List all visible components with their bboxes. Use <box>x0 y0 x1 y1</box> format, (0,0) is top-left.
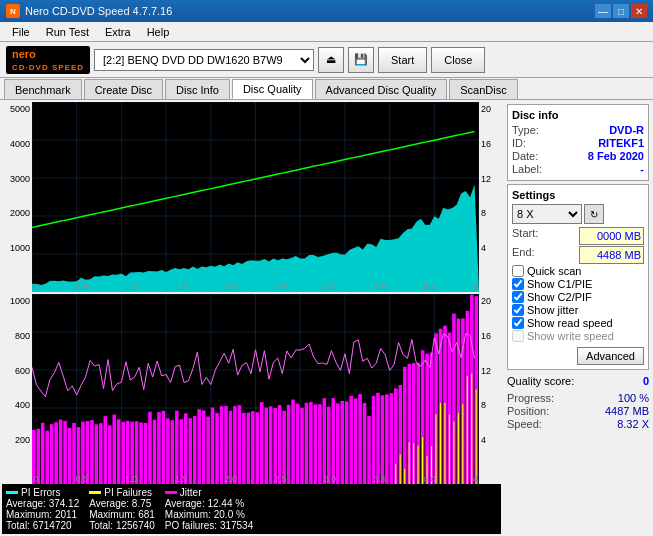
right-panel: Disc info Type: DVD-R ID: RITEKF1 Date: … <box>503 100 653 536</box>
main-content: 5000 4000 3000 2000 1000 20 16 12 8 <box>0 100 653 536</box>
pi-failures-color <box>89 491 101 494</box>
upper-chart-container: 5000 4000 3000 2000 1000 20 16 12 8 <box>2 102 501 292</box>
menu-bar: File Run Test Extra Help <box>0 22 653 42</box>
eject-button[interactable]: ⏏ <box>318 47 344 73</box>
title-text: Nero CD-DVD Speed 4.7.7.16 <box>25 5 172 17</box>
quality-score-row: Quality score: 0 <box>507 375 649 387</box>
chart-section: 5000 4000 3000 2000 1000 20 16 12 8 <box>0 100 503 536</box>
legend-jitter: Jitter Average: 12.44 % Maximum: 20.0 % … <box>165 487 253 531</box>
drive-select[interactable]: [2:2] BENQ DVD DD DW1620 B7W9 <box>94 49 314 71</box>
disc-info-title: Disc info <box>512 109 644 121</box>
show-c1pie-checkbox[interactable] <box>512 278 524 290</box>
show-read-speed-row: Show read speed <box>512 317 644 329</box>
quick-scan-row: Quick scan <box>512 265 644 277</box>
y-axis-left-lower: 1000 800 600 400 200 <box>2 294 32 484</box>
speed-row: 8 X 4 X 12 X 16 X ↻ <box>512 204 644 224</box>
settings-title: Settings <box>512 189 644 201</box>
title-bar-controls[interactable]: — □ ✕ <box>595 4 647 18</box>
tab-advanced-disc-quality[interactable]: Advanced Disc Quality <box>315 79 448 99</box>
show-c2pif-row: Show C2/PIF <box>512 291 644 303</box>
show-c1pie-row: Show C1/PIE <box>512 278 644 290</box>
show-c2pif-checkbox[interactable] <box>512 291 524 303</box>
end-row: End: <box>512 246 644 264</box>
title-bar: N Nero CD-DVD Speed 4.7.7.16 — □ ✕ <box>0 0 653 22</box>
y-axis-right-lower: 20 16 12 8 4 <box>479 294 501 484</box>
menu-extra[interactable]: Extra <box>97 24 139 40</box>
upper-chart-canvas <box>32 102 479 292</box>
save-button[interactable]: 💾 <box>348 47 374 73</box>
settings-section: Settings 8 X 4 X 12 X 16 X ↻ Start: End: <box>507 184 649 370</box>
show-read-speed-checkbox[interactable] <box>512 317 524 329</box>
tab-disc-info[interactable]: Disc Info <box>165 79 230 99</box>
legend-pi-errors: PI Errors Average: 374.12 Maximum: 2011 … <box>6 487 79 531</box>
advanced-button[interactable]: Advanced <box>577 347 644 365</box>
disc-type-row: Type: DVD-R <box>512 124 644 136</box>
tab-benchmark[interactable]: Benchmark <box>4 79 82 99</box>
menu-run-test[interactable]: Run Test <box>38 24 97 40</box>
disc-date-row: Date: 8 Feb 2020 <box>512 150 644 162</box>
lower-chart <box>32 294 479 484</box>
maximize-button[interactable]: □ <box>613 4 629 18</box>
lower-chart-container: 1000 800 600 400 200 20 16 12 8 4 <box>2 294 501 484</box>
show-jitter-checkbox[interactable] <box>512 304 524 316</box>
start-input[interactable] <box>579 227 644 245</box>
speed-row: Speed: 8.32 X <box>507 418 649 430</box>
show-jitter-row: Show jitter <box>512 304 644 316</box>
legend: PI Errors Average: 374.12 Maximum: 2011 … <box>2 484 501 534</box>
close-button[interactable]: Close <box>431 47 485 73</box>
show-write-speed-row: Show write speed <box>512 330 644 342</box>
disc-id-row: ID: RITEKF1 <box>512 137 644 149</box>
end-input[interactable] <box>579 246 644 264</box>
y-axis-left-upper: 5000 4000 3000 2000 1000 <box>2 102 32 292</box>
disc-info-section: Disc info Type: DVD-R ID: RITEKF1 Date: … <box>507 104 649 181</box>
charts: 5000 4000 3000 2000 1000 20 16 12 8 <box>2 102 501 484</box>
start-row: Start: <box>512 227 644 245</box>
toolbar: neroCD·DVD SPEED [2:2] BENQ DVD DD DW162… <box>0 42 653 78</box>
menu-help[interactable]: Help <box>139 24 178 40</box>
quick-scan-checkbox[interactable] <box>512 265 524 277</box>
jitter-color <box>165 491 177 494</box>
close-window-button[interactable]: ✕ <box>631 4 647 18</box>
start-button[interactable]: Start <box>378 47 427 73</box>
speed-select[interactable]: 8 X 4 X 12 X 16 X <box>512 204 582 224</box>
tab-scan-disc[interactable]: ScanDisc <box>449 79 517 99</box>
tab-disc-quality[interactable]: Disc Quality <box>232 79 313 99</box>
minimize-button[interactable]: — <box>595 4 611 18</box>
progress-row: Progress: 100 % <box>507 392 649 404</box>
show-write-speed-checkbox[interactable] <box>512 330 524 342</box>
position-row: Position: 4487 MB <box>507 405 649 417</box>
progress-section: Progress: 100 % Position: 4487 MB Speed:… <box>507 392 649 431</box>
refresh-button[interactable]: ↻ <box>584 204 604 224</box>
legend-pi-failures: PI Failures Average: 8.75 Maximum: 681 T… <box>89 487 155 531</box>
lower-chart-canvas <box>32 294 479 484</box>
menu-file[interactable]: File <box>4 24 38 40</box>
nero-logo: neroCD·DVD SPEED <box>6 46 90 74</box>
disc-label-row: Label: - <box>512 163 644 175</box>
pi-errors-color <box>6 491 18 494</box>
tab-create-disc[interactable]: Create Disc <box>84 79 163 99</box>
tabs-bar: Benchmark Create Disc Disc Info Disc Qua… <box>0 78 653 100</box>
y-axis-right-upper: 20 16 12 8 4 <box>479 102 501 292</box>
upper-chart <box>32 102 479 292</box>
title-bar-left: N Nero CD-DVD Speed 4.7.7.16 <box>6 4 172 18</box>
app-icon: N <box>6 4 20 18</box>
